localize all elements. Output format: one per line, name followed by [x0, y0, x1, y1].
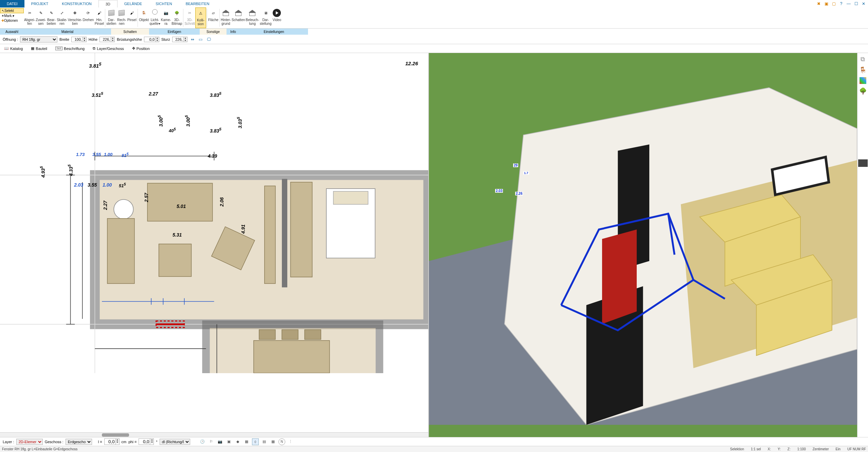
tab-konstruktion[interactable]: KONSTRUKTION — [55, 0, 98, 7]
hoehe-down[interactable]: ▼ — [111, 39, 114, 42]
direction-select[interactable]: dl (Richtung/Di — [160, 439, 190, 445]
cmd-schatten[interactable]: Schatten — [231, 7, 245, 28]
camera-icon[interactable]: 📷 — [217, 438, 223, 445]
chair-icon[interactable]: 🪑 — [859, 66, 867, 74]
close-icon[interactable]: ✕ — [861, 1, 867, 7]
width-toggle-icon[interactable]: ⇔ — [189, 36, 196, 42]
ctx-beschriftung[interactable]: TXT Beschriftung — [53, 46, 87, 51]
cmd-bearbeiten[interactable]: ✎Bear- beiten — [46, 7, 56, 28]
package-icon[interactable]: ▣ — [823, 1, 829, 7]
cmd-skalieren[interactable]: ⤢Skalie- ren — [56, 7, 68, 28]
cmd-objekt[interactable]: 🪑Objekt — [139, 7, 149, 28]
group-sonstige: Sonstige — [200, 29, 227, 35]
phi-up[interactable]: ▲ — [150, 439, 153, 441]
hatch-icon[interactable]: ▦ — [243, 438, 250, 445]
phi-down[interactable]: ▼ — [150, 441, 153, 444]
tab-projekt[interactable]: PROJEKT — [24, 0, 55, 7]
dim-top-long: 12.26 — [405, 60, 418, 66]
tree-icon[interactable]: 🌳 — [859, 87, 867, 95]
select-mode[interactable]: ↖ Selekt — [0, 8, 24, 13]
tab-3d[interactable]: 3D — [98, 0, 117, 7]
cmd-kamera[interactable]: 📷Kame- ra — [161, 7, 171, 28]
ctx-bauteil[interactable]: ▦ Bauteil — [29, 46, 49, 51]
box-icon[interactable]: ▢ — [831, 1, 837, 7]
bruestung-input[interactable] — [144, 37, 155, 42]
cmd-drehen[interactable]: ⟳Drehen — [83, 7, 94, 28]
svg-rect-12 — [291, 182, 312, 277]
l-down[interactable]: ▼ — [116, 441, 119, 444]
tab-gelaende[interactable]: GELÄNDE — [117, 0, 149, 7]
breite-down[interactable]: ▼ — [83, 39, 86, 42]
dim-3-51: 3.515 — [92, 91, 103, 98]
cmd-video[interactable]: Video — [272, 7, 282, 28]
bricks-icon[interactable]: ▤ — [261, 438, 268, 445]
dim-40: 405 — [169, 127, 176, 133]
minimize-icon[interactable]: — — [846, 1, 852, 7]
ctx-position[interactable]: ✥ Position — [130, 46, 152, 51]
options-button[interactable]: ✚ Optionen — [0, 18, 24, 23]
sturz-down[interactable]: ▼ — [184, 39, 187, 42]
cmd-hin-pinsel[interactable]: 🖌Hin. Pinsel — [94, 7, 104, 28]
ink-icon[interactable]: ◆ — [234, 438, 241, 445]
breite-up[interactable]: ▲ — [83, 37, 86, 39]
cmd-zuweisen[interactable]: ✎Zuwei- sen — [35, 7, 46, 28]
mark-mode[interactable]: ✶ Mark. ▾ — [0, 14, 24, 18]
2d-hscroll[interactable] — [0, 432, 428, 437]
sturz-label: Sturz — [161, 37, 170, 41]
cmd-beleuchtung[interactable]: Beleuch- tung — [246, 7, 259, 28]
geschoss-select[interactable]: Erdgeschos — [66, 439, 92, 445]
oeffnung-select[interactable]: RH 1flg. gr — [20, 36, 57, 42]
maximize-icon[interactable]: ☐ — [853, 1, 859, 7]
sturz-up[interactable]: ▲ — [184, 37, 187, 39]
dim-din-2-57: 2.57 — [144, 193, 149, 202]
phi-input[interactable] — [139, 439, 150, 445]
ctx-layer-geschoss[interactable]: ⧉ Layer/Geschoss — [91, 46, 126, 51]
bruestung-down[interactable]: ▼ — [156, 39, 159, 42]
cmd-darstellung[interactable]: 🖥Dar- stellung — [259, 7, 272, 28]
colors-icon[interactable] — [860, 77, 866, 84]
north-icon[interactable]: N — [278, 438, 285, 445]
cmd-lichtquelle[interactable]: Licht- quelle▾ — [149, 7, 161, 28]
hoehe-input[interactable] — [100, 37, 111, 42]
cmd-pinsel[interactable]: 🖌Pinsel — [127, 7, 137, 28]
stack-icon[interactable]: ▣ — [225, 438, 232, 445]
hoehe-up[interactable]: ▲ — [111, 37, 114, 39]
3d-view[interactable]: 2.03 2.26 29 1.7 — [429, 53, 857, 437]
tab-sichten[interactable]: SICHTEN — [149, 0, 179, 7]
more-icon[interactable]: ⋮ — [287, 438, 294, 445]
breite-input[interactable] — [72, 37, 83, 42]
cmd-flaeche[interactable]: ▱Fläche — [208, 7, 219, 28]
parameter-bar: Öffnung : RH 1flg. gr Breite ▲▼ Höhe ▲▼ … — [0, 35, 868, 44]
tab-bearbeiten[interactable]: BEARBEITEN — [179, 0, 216, 7]
grid2-icon[interactable]: ▦ — [270, 438, 276, 445]
cmd-verschieben[interactable]: ✥Verschie- ben — [68, 7, 83, 28]
grid-icon[interactable]: ◊ — [252, 438, 259, 445]
cmd-hintergrund[interactable]: Hinter- grund — [220, 7, 231, 28]
ctx-katalog[interactable]: 📖 Katalog — [2, 46, 25, 51]
group-material: Material — [24, 29, 111, 35]
2d-view[interactable]: 3.815 12.26 4.935 4.335 3.515 2.27 3.005… — [0, 53, 429, 437]
side-tab-handle[interactable] — [858, 159, 868, 167]
screen-icon[interactable]: 🖵 — [206, 36, 212, 42]
help-icon[interactable]: ? — [838, 1, 844, 7]
layers-icon[interactable]: ⧉ — [861, 56, 865, 63]
cmd-abgreifen[interactable]: ✂Abgrei- fen — [24, 7, 35, 28]
l-input[interactable] — [105, 439, 115, 445]
svg-rect-15 — [254, 341, 329, 373]
clock-icon[interactable]: 🕒 — [199, 438, 206, 445]
sturz-input[interactable] — [173, 37, 183, 42]
cmd-kollision[interactable]: ⚠Kolli- sion — [195, 7, 206, 28]
flag-icon[interactable]: ⚐ — [208, 438, 215, 445]
layer-select[interactable]: 2D-Elemen — [16, 439, 43, 445]
swap-icon[interactable]: ▭ — [198, 36, 204, 42]
cmd-rechnen[interactable]: Rech- nen — [116, 7, 127, 28]
tools-icon[interactable]: ✖ — [816, 1, 822, 7]
l-up[interactable]: ▲ — [116, 439, 119, 441]
geschoss-label: Geschoss : — [45, 440, 64, 444]
3d-dim-1-7: 1.7 — [523, 171, 529, 175]
tab-datei[interactable]: DATEI — [0, 0, 24, 7]
cmd-darstellen[interactable]: Dar- stellen — [106, 7, 116, 28]
cmd-3d-bitmap[interactable]: 🌳3D- Bitmap — [171, 7, 182, 28]
bruestung-up[interactable]: ▲ — [156, 37, 159, 39]
cmd-3d-schnitt[interactable]: ✂3D- Schnitt — [184, 7, 195, 28]
